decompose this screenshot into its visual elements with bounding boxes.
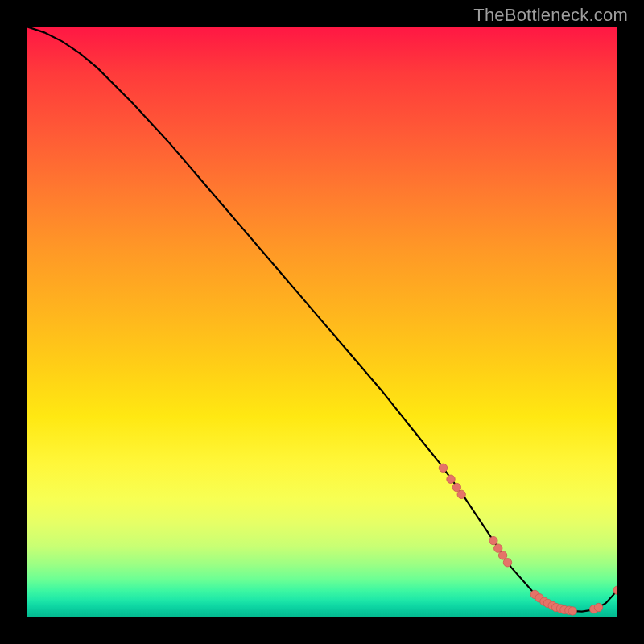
- data-marker: [498, 551, 506, 559]
- data-marker: [447, 475, 455, 483]
- data-marker: [494, 544, 502, 552]
- data-marker: [457, 490, 465, 498]
- chart-stage: TheBottleneck.com: [0, 0, 644, 644]
- watermark-text: TheBottleneck.com: [473, 5, 628, 26]
- data-marker: [594, 603, 602, 611]
- data-markers: [439, 464, 617, 615]
- data-marker: [452, 483, 460, 491]
- plot-area: [27, 27, 617, 617]
- data-marker: [489, 536, 497, 544]
- data-marker: [568, 607, 576, 615]
- data-marker: [503, 559, 511, 567]
- bottleneck-curve: [27, 27, 617, 612]
- data-marker: [439, 464, 447, 472]
- chart-svg: [27, 27, 617, 617]
